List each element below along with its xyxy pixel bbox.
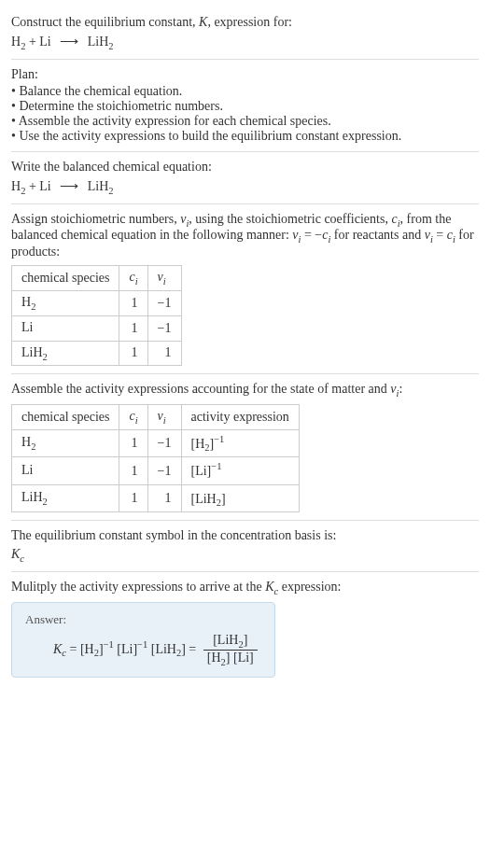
t3-l: [LiH: [147, 641, 176, 655]
den-l2: [Li]: [233, 651, 254, 665]
species-text: LiH: [21, 490, 43, 504]
ci-label-sub: i: [135, 276, 138, 287]
kc-sub: c: [20, 553, 24, 564]
multiply-text2: expression:: [278, 580, 341, 594]
answer-box: Answer: Kc = [H2]−1 [Li]−1 [LiH2] = [LiH…: [11, 602, 275, 678]
table-row: H2 1 −1: [12, 290, 182, 315]
cell-ci: 1: [119, 457, 147, 484]
header-nui: νi: [147, 405, 181, 430]
cell-species: LiH2: [12, 484, 119, 511]
intro-K: K: [199, 15, 207, 29]
cell-activity: [H2]−1: [181, 429, 299, 456]
multiply-section: Mulitply the activity expressions to arr…: [11, 572, 479, 684]
species-sub: 2: [31, 441, 35, 452]
act-sup: −1: [211, 461, 221, 471]
symbol-section: The equilibrium constant symbol in the c…: [11, 521, 479, 572]
activity-text1: Assemble the activity expressions accoun…: [11, 382, 390, 396]
kc-k: K: [11, 547, 20, 561]
cell-ci: 1: [119, 315, 147, 341]
cell-species: H2: [12, 429, 119, 456]
cell-ci: 1: [119, 429, 147, 456]
kc-k: K: [53, 641, 62, 655]
table-row: LiH2 1 1: [12, 341, 182, 366]
eq-h2: H: [11, 35, 21, 49]
fraction-denominator: [H2] [Li]: [203, 651, 258, 667]
intro-prompt: Construct the equilibrium constant, K, e…: [11, 15, 479, 30]
header-ci: ci: [119, 405, 147, 430]
cell-species: H2: [12, 290, 119, 315]
plan-title: Plan:: [11, 67, 479, 82]
balanced-section: Write the balanced chemical equation: H2…: [11, 152, 479, 204]
t1-l: [H: [80, 641, 94, 655]
stoich-table: chemical species ci νi H2 1 −1 Li 1 −1 L…: [11, 265, 182, 366]
nui-label-sub: i: [163, 415, 166, 426]
rel2-eq: =: [433, 228, 447, 242]
header-ci: ci: [119, 266, 147, 291]
cell-species: Li: [12, 457, 119, 484]
cell-nui: 1: [147, 484, 181, 511]
t2-sup: −1: [137, 639, 147, 650]
eq-plus: + Li: [25, 35, 54, 49]
act-l: [LiH: [191, 492, 217, 506]
activity-text2: :: [399, 382, 402, 396]
intro-text-after: , expression for:: [207, 15, 292, 29]
eq-plus: + Li: [25, 179, 54, 193]
activity-text: Assemble the activity expressions accoun…: [11, 382, 479, 399]
stoich-text2: , using the stoichiometric coefficients,: [189, 212, 391, 226]
cell-ci: 1: [119, 341, 147, 366]
cell-activity: [Li]−1: [181, 457, 299, 484]
balanced-title: Write the balanced chemical equation:: [11, 160, 479, 175]
answer-label: Answer:: [25, 612, 261, 627]
species-sub: 2: [43, 497, 48, 507]
fraction-numerator: [LiH2]: [203, 633, 258, 651]
eq-h2: H: [11, 179, 21, 193]
species-sub: 2: [31, 301, 35, 312]
cell-species: LiH2: [12, 341, 119, 366]
rel-eq: = −: [301, 228, 322, 242]
arrow-icon: ⟶: [60, 34, 78, 49]
cell-activity: [LiH2]: [181, 484, 299, 511]
eq-sign: =: [66, 641, 80, 655]
ci-label-sub: i: [135, 415, 138, 426]
cell-nui: 1: [147, 341, 181, 366]
intro-text: Construct the equilibrium constant,: [11, 15, 199, 29]
header-species: chemical species: [12, 405, 119, 430]
den-r1: ]: [226, 651, 233, 665]
stoich-section: Assign stoichiometric numbers, νi, using…: [11, 204, 479, 375]
eq-lih2-sub: 2: [108, 41, 113, 51]
t1-sup: −1: [104, 639, 114, 650]
table-row: Li 1 −1: [12, 315, 182, 341]
cell-nui: −1: [147, 457, 181, 484]
activity-table: chemical species ci νi activity expressi…: [11, 404, 300, 512]
species-sub: 2: [43, 351, 48, 361]
act-sup: −1: [214, 434, 224, 444]
species-text: Li: [21, 320, 33, 334]
species-text: LiH: [21, 345, 43, 359]
plan-item: Balance the chemical equation.: [11, 84, 479, 99]
plan-section: Plan: Balance the chemical equation. Det…: [11, 60, 479, 152]
intro-equation: H2 + Li ⟶ LiH2: [11, 34, 479, 51]
answer-expression: Kc = [H2]−1 [Li]−1 [LiH2] = [LiH2] [H2] …: [25, 633, 261, 667]
header-nui: νi: [147, 266, 181, 291]
symbol-text: The equilibrium constant symbol in the c…: [11, 528, 479, 543]
plan-item: Assemble the activity expression for eac…: [11, 114, 479, 129]
species-text: Li: [21, 463, 33, 477]
cell-nui: −1: [147, 315, 181, 341]
stoich-text4: for reactants and: [330, 228, 424, 242]
activity-section: Assemble the activity expressions accoun…: [11, 374, 479, 521]
act-l: [H: [191, 437, 205, 451]
table-row: Li 1 −1 [Li]−1: [12, 457, 300, 484]
t2-l: [Li]: [114, 641, 137, 655]
multiply-text: Mulitply the activity expressions to arr…: [11, 580, 479, 596]
plan-item: Use the activity expressions to build th…: [11, 129, 479, 144]
cell-ci: 1: [119, 484, 147, 511]
header-activity: activity expression: [181, 405, 299, 430]
intro-section: Construct the equilibrium constant, K, e…: [11, 7, 479, 60]
act-r: ]: [221, 492, 226, 506]
arrow-icon: ⟶: [60, 178, 78, 194]
eq-lih2: LiH: [84, 179, 108, 193]
stoich-text1: Assign stoichiometric numbers,: [11, 212, 180, 226]
table-row: H2 1 −1 [H2]−1: [12, 429, 300, 456]
species-text: H: [21, 435, 31, 449]
table-header-row: chemical species ci νi activity expressi…: [12, 405, 300, 430]
